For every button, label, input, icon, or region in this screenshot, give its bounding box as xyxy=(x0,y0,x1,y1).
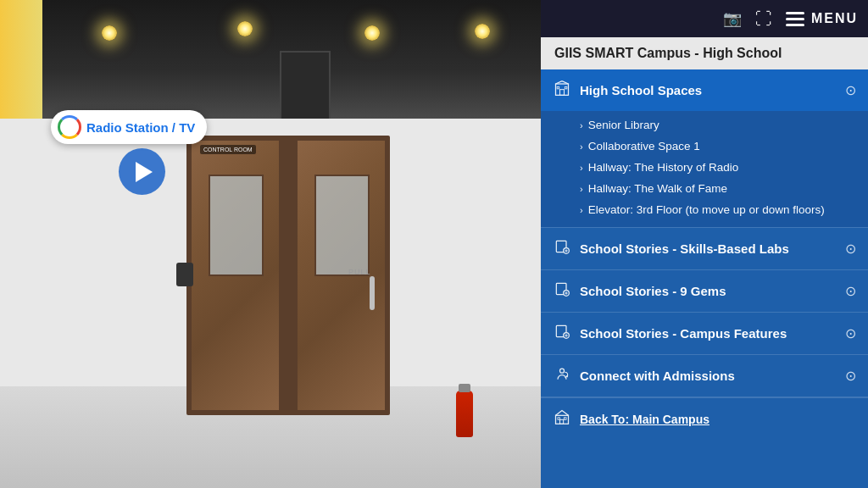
back-to-main-campus-button[interactable]: Back To: Main Campus xyxy=(541,397,868,440)
security-device xyxy=(176,263,193,286)
nav-section-header-high-school-spaces[interactable]: High School Spaces ⊙ xyxy=(541,69,868,111)
nav-section-admissions: Connect with Admissions ⊙ xyxy=(541,355,868,397)
nav-section-title-high-school: High School Spaces xyxy=(580,83,702,97)
nav-section-campus-features: School Stories - Campus Features ⊙ xyxy=(541,313,868,355)
play-button[interactable] xyxy=(119,148,165,195)
radio-station-label[interactable]: Radio Station / TV xyxy=(51,110,207,144)
nav-sub-item-senior-library[interactable]: › Senior Library xyxy=(541,114,868,136)
school-title: GIIS SMART Campus - High School xyxy=(541,37,868,69)
toolbar: 📷 ⛶ MENU xyxy=(541,0,868,37)
menu-label: MENU xyxy=(811,11,858,26)
nav-section-high-school-spaces: High School Spaces ⊙ › Senior Library › … xyxy=(541,69,868,228)
radio-station-text: Radio Station / TV xyxy=(86,120,195,135)
svg-rect-23 xyxy=(565,418,567,420)
svg-rect-21 xyxy=(560,419,564,424)
nav-section-left: School Stories - Campus Features xyxy=(553,323,787,344)
door-left: CONTROL ROOM xyxy=(191,140,280,411)
building-icon xyxy=(553,80,571,101)
nav-sub-item-hallway-walk[interactable]: › Hallway: The Walk of Fame xyxy=(541,178,868,199)
chevron-right-icon: › xyxy=(580,205,583,215)
nav-sub-items-high-school: › Senior Library › Collaborative Space 1… xyxy=(541,111,868,227)
story-icon xyxy=(553,323,571,344)
nav-section-left: Connect with Admissions xyxy=(553,365,735,386)
nav-sub-item-hallway-radio[interactable]: › Hallway: The History of Radio xyxy=(541,157,868,178)
nav-panel: 📷 ⛶ MENU GIIS SMART Campus - High School xyxy=(541,0,868,488)
nav-sub-item-collaborative-space[interactable]: › Collaborative Space 1 xyxy=(541,136,868,157)
chevron-right-icon: ⊙ xyxy=(845,368,856,384)
sub-item-label: Hallway: The Walk of Fame xyxy=(588,182,727,195)
pull-label: PULL xyxy=(348,268,371,276)
ceiling xyxy=(0,0,541,119)
hamburger-icon xyxy=(786,12,804,26)
expand-icon[interactable]: ⛶ xyxy=(755,9,772,29)
chevron-right-icon: › xyxy=(580,163,583,173)
panorama-panel: CONTROL ROOM PULL Radio Station / TV xyxy=(0,0,541,488)
sub-item-label: Senior Library xyxy=(588,119,659,131)
svg-rect-3 xyxy=(560,90,565,96)
sub-item-label: Elevator: 3rd Floor (to move up or down … xyxy=(588,203,825,216)
school-title-text: GIIS SMART Campus - High School xyxy=(554,46,782,60)
ceiling-light xyxy=(102,25,117,41)
nav-section-left: School Stories - 9 Gems xyxy=(553,280,726,302)
menu-line xyxy=(786,24,804,26)
story-icon xyxy=(553,280,571,302)
sub-item-label: Hallway: The History of Radio xyxy=(588,161,739,174)
nav-sub-item-elevator[interactable]: › Elevator: 3rd Floor (to move up or dow… xyxy=(541,199,868,220)
ceiling-light xyxy=(364,25,380,41)
fire-extinguisher xyxy=(456,391,473,437)
nav-section-header-skills-labs[interactable]: School Stories - Skills-Based Labs ⊙ xyxy=(541,228,868,269)
nav-section-header-gems[interactable]: School Stories - 9 Gems ⊙ xyxy=(541,270,868,312)
nav-section-gems: School Stories - 9 Gems ⊙ xyxy=(541,270,868,313)
door-window-right xyxy=(314,175,370,276)
nav-section-title-gems: School Stories - 9 Gems xyxy=(580,284,726,298)
camera-icon[interactable]: 📷 xyxy=(723,9,742,28)
campus-icon xyxy=(553,408,571,430)
chevron-right-icon: › xyxy=(580,184,583,194)
fire-ext-top xyxy=(459,384,470,392)
door-label: CONTROL ROOM xyxy=(200,145,256,154)
chevron-right-icon: ⊙ xyxy=(845,241,856,257)
nav-section-header-campus-features[interactable]: School Stories - Campus Features ⊙ xyxy=(541,313,868,354)
svg-point-18 xyxy=(560,369,565,373)
door-frame: CONTROL ROOM PULL xyxy=(186,136,390,415)
back-button-label: Back To: Main Campus xyxy=(580,413,709,426)
svg-rect-22 xyxy=(558,418,560,420)
story-icon xyxy=(553,238,571,259)
connect-icon xyxy=(553,365,571,386)
chevron-right-icon: › xyxy=(580,141,583,152)
chevron-right-icon: ⊙ xyxy=(845,283,856,299)
menu-line xyxy=(786,18,804,20)
nav-section-header-admissions[interactable]: Connect with Admissions ⊙ xyxy=(541,355,868,396)
door-right: PULL xyxy=(297,140,386,411)
chevron-right-icon: › xyxy=(580,120,583,130)
play-triangle-icon xyxy=(136,162,153,182)
nav-section-title-campus-features: School Stories - Campus Features xyxy=(580,326,787,341)
sub-item-label: Collaborative Space 1 xyxy=(588,140,700,152)
nav-section-skills-labs: School Stories - Skills-Based Labs ⊙ xyxy=(541,228,868,270)
google-icon xyxy=(58,115,81,139)
chevron-down-icon: ⊙ xyxy=(845,82,856,98)
menu-line xyxy=(786,12,804,14)
svg-rect-5 xyxy=(565,86,567,89)
nav-items: High School Spaces ⊙ › Senior Library › … xyxy=(541,69,868,488)
ceiling-light xyxy=(237,21,253,36)
nav-section-left: School Stories - Skills-Based Labs xyxy=(553,238,789,259)
svg-rect-4 xyxy=(557,86,559,89)
ceiling-light xyxy=(475,24,490,39)
door-window-left xyxy=(209,175,264,276)
door-handle xyxy=(370,276,375,310)
menu-button[interactable]: MENU xyxy=(786,11,858,26)
nav-section-left: High School Spaces xyxy=(553,80,702,101)
chevron-right-icon: ⊙ xyxy=(845,325,856,341)
nav-section-title-admissions: Connect with Admissions xyxy=(580,369,735,383)
nav-section-title-skills: School Stories - Skills-Based Labs xyxy=(580,241,789,256)
